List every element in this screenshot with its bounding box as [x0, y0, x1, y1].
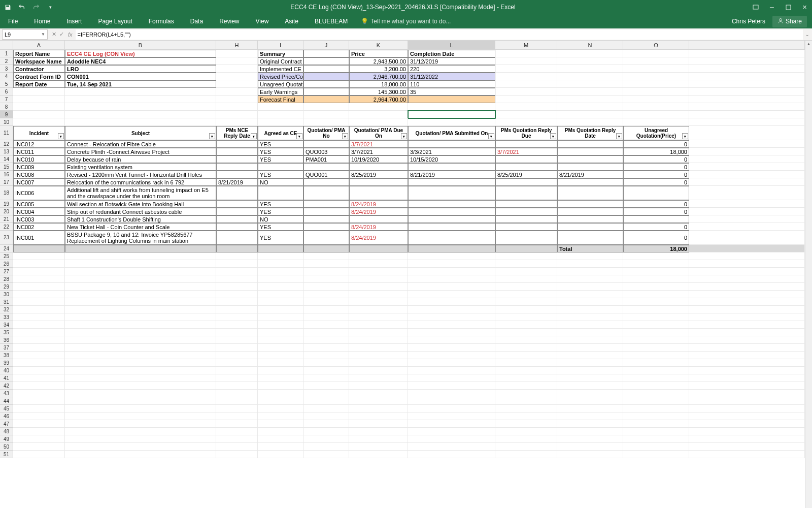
row-header[interactable]: 16: [0, 171, 13, 178]
cell-L42[interactable]: [408, 382, 495, 390]
cell-O40[interactable]: [623, 367, 689, 374]
cell-A23[interactable]: INC001: [13, 231, 65, 245]
tab-bluebeam[interactable]: BLUEBEAM: [312, 16, 351, 27]
cell-B20[interactable]: Strip out of redundant Connect asbestos …: [65, 208, 216, 215]
filter-button[interactable]: ▾: [616, 133, 622, 139]
cell-H49[interactable]: [216, 435, 258, 443]
cell-K45[interactable]: [349, 405, 408, 412]
tab-data[interactable]: Data: [187, 16, 206, 27]
cell-J34[interactable]: [303, 321, 349, 329]
cell-A17[interactable]: INC007: [13, 178, 65, 186]
cell-J15[interactable]: [303, 163, 349, 171]
row-header[interactable]: 35: [0, 329, 13, 336]
cell-M13[interactable]: 3/7/2021: [495, 148, 557, 155]
minimize-icon[interactable]: ─: [768, 4, 775, 11]
tab-insert[interactable]: Insert: [63, 16, 85, 27]
cell-N10[interactable]: [557, 118, 623, 126]
cell-M16[interactable]: 8/25/2019: [495, 171, 557, 178]
cell-K30[interactable]: [349, 291, 408, 298]
cell-I8[interactable]: [258, 103, 303, 111]
cell-L21[interactable]: [408, 215, 495, 223]
cell-M4[interactable]: [495, 73, 557, 80]
cell-K49[interactable]: [349, 435, 408, 443]
cell-O36[interactable]: [623, 336, 689, 344]
tell-me[interactable]: 💡 Tell me what you want to do...: [361, 18, 451, 25]
cell-A8[interactable]: [13, 103, 65, 111]
qat-customize-icon[interactable]: ▾: [47, 4, 54, 11]
cell-H8[interactable]: [216, 103, 258, 111]
cell-J10[interactable]: [303, 118, 349, 126]
cell-N41[interactable]: [557, 374, 623, 382]
row-header[interactable]: 36: [0, 336, 13, 344]
cell-O18[interactable]: [623, 186, 689, 200]
cell-L2[interactable]: 31/12/2019: [408, 57, 495, 65]
cell-J3[interactable]: [303, 65, 349, 73]
cell-O47[interactable]: [623, 420, 689, 428]
row-header[interactable]: 31: [0, 298, 13, 306]
row-header[interactable]: 6: [0, 88, 13, 96]
cell-B31[interactable]: [65, 298, 216, 306]
cell-I19[interactable]: YES: [258, 200, 303, 208]
cell-M29[interactable]: [495, 283, 557, 291]
cell-H50[interactable]: [216, 443, 258, 451]
cell-J23[interactable]: [303, 231, 349, 245]
cell-M24[interactable]: [495, 245, 557, 252]
cell-L9[interactable]: [408, 111, 495, 118]
cell-H25[interactable]: [216, 252, 258, 260]
cell-B28[interactable]: [65, 275, 216, 283]
cell-L47[interactable]: [408, 420, 495, 428]
maximize-icon[interactable]: [785, 4, 792, 11]
cell-I27[interactable]: [258, 268, 303, 275]
cell-I29[interactable]: [258, 283, 303, 291]
cell-O35[interactable]: [623, 329, 689, 336]
cell-M14[interactable]: [495, 155, 557, 163]
cell-B36[interactable]: [65, 336, 216, 344]
cell-L8[interactable]: [408, 103, 495, 111]
row-header[interactable]: 1: [0, 50, 13, 57]
cell-H35[interactable]: [216, 329, 258, 336]
cell-J40[interactable]: [303, 367, 349, 374]
cell-O30[interactable]: [623, 291, 689, 298]
cell-I20[interactable]: YES: [258, 208, 303, 215]
cell-I12[interactable]: YES: [258, 140, 303, 148]
cell-K43[interactable]: [349, 390, 408, 397]
cell-N36[interactable]: [557, 336, 623, 344]
cell-L45[interactable]: [408, 405, 495, 412]
cell-N17[interactable]: [557, 178, 623, 186]
spreadsheet-grid[interactable]: ABHIJKLMNO 12345678910111213141516171819…: [0, 41, 812, 508]
cell-K40[interactable]: [349, 367, 408, 374]
cell-O12[interactable]: 0: [623, 140, 689, 148]
cell-I37[interactable]: [258, 344, 303, 352]
cell-L26[interactable]: [408, 260, 495, 268]
cell-H5[interactable]: [216, 80, 258, 88]
cell-N8[interactable]: [557, 103, 623, 111]
cell-B9[interactable]: [65, 111, 216, 118]
cell-L10[interactable]: [408, 118, 495, 126]
cell-K38[interactable]: [349, 352, 408, 359]
row-header[interactable]: 29: [0, 283, 13, 291]
cell-M15[interactable]: [495, 163, 557, 171]
cell-O21[interactable]: [623, 215, 689, 223]
cell-M49[interactable]: [495, 435, 557, 443]
cell-N48[interactable]: [557, 428, 623, 435]
cell-I7[interactable]: Forecast Final: [258, 96, 303, 103]
col-header-K[interactable]: K: [349, 41, 408, 50]
cell-J36[interactable]: [303, 336, 349, 344]
cell-N21[interactable]: [557, 215, 623, 223]
cell-I21[interactable]: NO: [258, 215, 303, 223]
cell-M11[interactable]: PMs Quotation Reply Due▾: [495, 126, 557, 140]
cell-A36[interactable]: [13, 336, 65, 344]
row-header[interactable]: 47: [0, 420, 13, 428]
save-icon[interactable]: [4, 4, 11, 11]
cell-B15[interactable]: Existing ventilation system: [65, 163, 216, 171]
cell-H45[interactable]: [216, 405, 258, 412]
cell-L15[interactable]: [408, 163, 495, 171]
cell-N30[interactable]: [557, 291, 623, 298]
cell-L6[interactable]: 35: [408, 88, 495, 96]
cell-N12[interactable]: [557, 140, 623, 148]
cell-N25[interactable]: [557, 252, 623, 260]
cell-B13[interactable]: Concrete Plinth -Connect Airwave Project: [65, 148, 216, 155]
redo-icon[interactable]: [32, 4, 40, 11]
cell-O49[interactable]: [623, 435, 689, 443]
cell-K36[interactable]: [349, 336, 408, 344]
